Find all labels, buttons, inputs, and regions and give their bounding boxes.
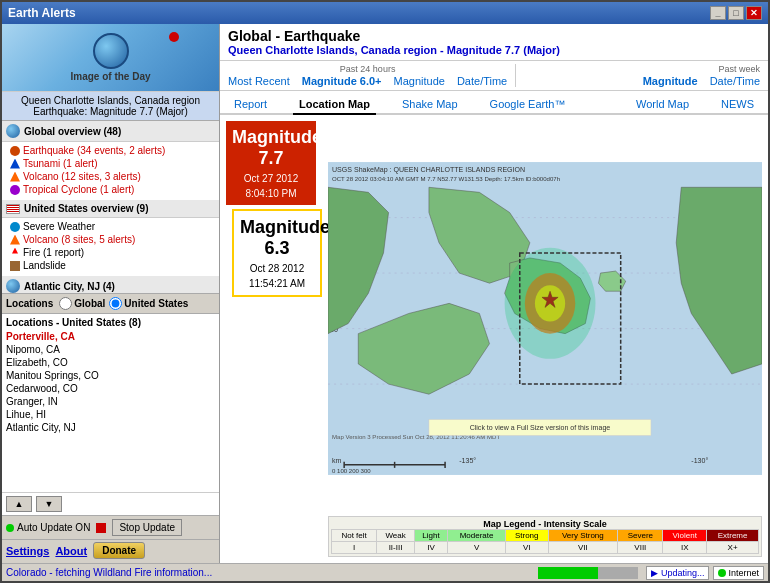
tab-google-earth[interactable]: Google Earth™ (484, 95, 572, 115)
list-item[interactable]: Granger, IN (6, 395, 215, 408)
internet-indicator (718, 569, 726, 577)
us-flag-icon (6, 204, 20, 214)
settings-link[interactable]: Settings (6, 545, 49, 557)
red-indicator (169, 32, 179, 42)
list-item[interactable]: Elizabeth, CO (6, 356, 215, 369)
tab-row: Report Location Map Shake Map Google Ear… (220, 91, 768, 115)
auto-update-status: Auto Update ON (6, 522, 90, 533)
magnitude-date: Oct 27 2012 (232, 173, 310, 184)
sidebar-scroll[interactable]: Global overview (48) Earthquake (34 even… (2, 121, 219, 293)
earthquake-icon (10, 146, 20, 156)
map-svg: USGS ShakeMap : QUEEN CHARLOTTE ISLANDS … (328, 121, 762, 516)
magnitude-value: Magnitude 7.7 (232, 127, 310, 169)
tab-world-map[interactable]: World Map (630, 95, 695, 115)
legend-cell: Strong (505, 530, 548, 542)
legend-cell: Light (414, 530, 447, 542)
list-item[interactable]: Porterville, CA (6, 330, 215, 343)
global-radio[interactable]: Global (59, 297, 105, 310)
us-overview-header: United States overview (9) (2, 200, 219, 218)
locations-bar: Locations Global United States (2, 293, 219, 314)
past-week-section: Past week Magnitude Date/Time (643, 64, 760, 87)
shake-map[interactable]: USGS ShakeMap : QUEEN CHARLOTTE ISLANDS … (328, 121, 762, 516)
tab-report[interactable]: Report (228, 95, 273, 115)
status-bar: Colorado - fetching Wildland Fire inform… (2, 563, 768, 581)
us-radio-input[interactable] (109, 297, 122, 310)
legend-cell: IX (663, 542, 707, 554)
auto-update-indicator (6, 524, 14, 532)
svg-text:Click to view a Full Size vers: Click to view a Full Size version of thi… (470, 424, 611, 432)
locations-list[interactable]: Locations - United States (8) Portervill… (2, 314, 219, 492)
list-item[interactable]: Volcano (8 sites, 5 alerts) (10, 233, 215, 246)
status-right: ▶ Updating... Internet (642, 566, 768, 580)
list-item[interactable]: Severe Weather (10, 220, 215, 233)
legend-cell: VI (505, 542, 548, 554)
window-controls: _ □ ✕ (710, 6, 762, 20)
globe-icon-small (6, 124, 20, 138)
tab-location-map[interactable]: Location Map (293, 95, 376, 115)
list-item[interactable]: Earthquake (34 events, 2 alerts) (10, 144, 215, 157)
title-bar: Earth Alerts _ □ ✕ (2, 2, 768, 24)
svg-point-19 (505, 248, 596, 359)
us-items: Severe Weather Volcano (8 sites, 5 alert… (2, 218, 219, 276)
pw-datetime-link[interactable]: Date/Time (710, 75, 760, 87)
list-item[interactable]: Landslide (10, 259, 215, 272)
map-container: USGS ShakeMap : QUEEN CHARLOTTE ISLANDS … (328, 121, 762, 557)
legend-title: Map Legend - Intensity Scale (331, 519, 759, 529)
legend-cell: II-III (377, 542, 415, 554)
progress-bar (538, 567, 638, 579)
svg-text:km: km (332, 457, 342, 464)
magnitude-link[interactable]: Magnitude (394, 75, 445, 87)
locations-list-header: Locations - United States (8) (6, 317, 215, 328)
scroll-up-button[interactable]: ▲ (6, 496, 32, 512)
magnitude-box-primary: Magnitude 7.7 Oct 27 2012 8:04:10 PM (226, 121, 316, 205)
about-link[interactable]: About (55, 545, 87, 557)
list-item[interactable]: Fire (1 report) (10, 246, 215, 259)
list-item[interactable]: Lihue, HI (6, 408, 215, 421)
list-item[interactable]: Volcano (12 sites, 3 alerts) (10, 170, 215, 183)
location-header: Queen Charlotte Islands, Canada region E… (2, 92, 219, 121)
magnitude-6-value: Magnitude 6.3 (240, 217, 314, 259)
status-text: Colorado - fetching Wildland Fire inform… (2, 567, 534, 578)
list-item[interactable]: Tsunami (1 alert) (10, 157, 215, 170)
list-item[interactable]: Manitou Springs, CO (6, 369, 215, 382)
magnitude-boxes: Magnitude 7.7 Oct 27 2012 8:04:10 PM Mag… (226, 121, 322, 557)
legend-cell: Very Strong (548, 530, 618, 542)
legend-cell: Violent (663, 530, 707, 542)
list-item[interactable]: Atlantic City, NJ (6, 421, 215, 434)
bottom-controls: Auto Update ON Stop Update (2, 515, 219, 539)
close-button[interactable]: ✕ (746, 6, 762, 20)
list-item[interactable]: Nipomo, CA (6, 343, 215, 356)
legend-cell: Not felt (332, 530, 377, 542)
list-item[interactable]: Cedarwood, CO (6, 382, 215, 395)
minimize-button[interactable]: _ (710, 6, 726, 20)
donate-button[interactable]: Donate (93, 542, 145, 559)
globe-icon (93, 33, 129, 69)
us-radio[interactable]: United States (109, 297, 188, 310)
legend-cell: VII (548, 542, 618, 554)
global-overview-header: Global overview (48) (2, 121, 219, 142)
legend-cell: V (448, 542, 506, 554)
magnitude-6plus-link[interactable]: Magnitude 6.0+ (302, 75, 382, 87)
updating-badge: ▶ Updating... (646, 566, 709, 580)
legend-cell: X+ (707, 542, 759, 554)
datetime-link[interactable]: Date/Time (457, 75, 507, 87)
cyclone-icon (10, 185, 20, 195)
nav-bar: Past 24 hours Most Recent Magnitude 6.0+… (220, 61, 768, 91)
tsunami-icon (10, 159, 20, 169)
maximize-button[interactable]: □ (728, 6, 744, 20)
most-recent-link[interactable]: Most Recent (228, 75, 290, 87)
svg-text:-135°: -135° (459, 457, 476, 464)
global-radio-input[interactable] (59, 297, 72, 310)
tab-news[interactable]: NEWS (715, 95, 760, 115)
fire-icon (10, 248, 20, 258)
atlantic-city-header: Atlantic City, NJ (4) (2, 276, 219, 293)
landslide-icon (10, 261, 20, 271)
pw-magnitude-link[interactable]: Magnitude (643, 75, 698, 87)
image-of-day[interactable]: Image of the Day (2, 24, 219, 92)
scroll-down-button[interactable]: ▼ (36, 496, 62, 512)
nav-links-past24: Most Recent Magnitude 6.0+ Magnitude Dat… (228, 75, 507, 87)
list-item[interactable]: Tropical Cyclone (1 alert) (10, 183, 215, 196)
tab-shake-map[interactable]: Shake Map (396, 95, 464, 115)
stop-update-button[interactable]: Stop Update (112, 519, 182, 536)
legend-cell: I (332, 542, 377, 554)
